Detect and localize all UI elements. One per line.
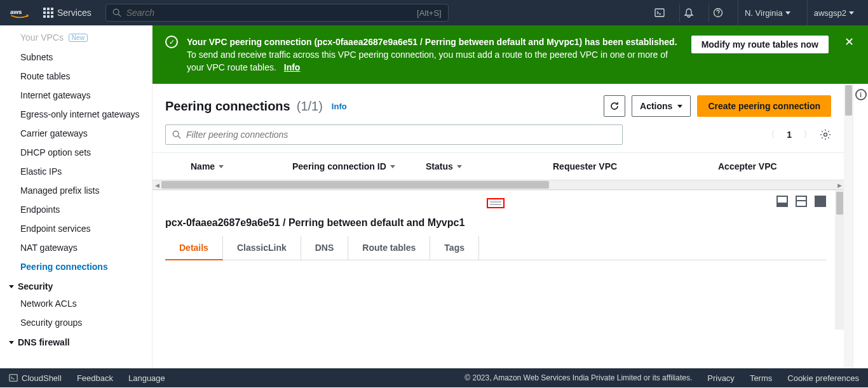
- pager-next[interactable]: 〉: [803, 129, 812, 140]
- sidebar-item-internet-gateways[interactable]: Internet gateways: [0, 86, 152, 105]
- tab-classiclink[interactable]: ClassicLink: [223, 236, 301, 260]
- body: Your VPCs New Subnets Route tables Inter…: [0, 25, 868, 368]
- check-icon: ✓: [165, 36, 178, 48]
- layout-full-icon[interactable]: [815, 196, 826, 207]
- actions-dropdown[interactable]: Actions: [632, 95, 691, 117]
- layout-bottom-icon[interactable]: [776, 196, 788, 207]
- help-icon[interactable]: [709, 3, 728, 22]
- hscroll-right[interactable]: ▶: [835, 180, 844, 190]
- cloudshell-icon[interactable]: [650, 3, 669, 22]
- column-peering-id[interactable]: Peering connection ID: [287, 161, 421, 171]
- alert-description: To send and receive traffic across this …: [187, 50, 668, 72]
- vertical-scrollbar[interactable]: [844, 84, 853, 368]
- refresh-button[interactable]: [604, 95, 625, 117]
- column-accepter-vpc[interactable]: Accepter VPC: [713, 161, 840, 171]
- chevron-down-icon: [785, 11, 790, 15]
- svg-text:aws: aws: [10, 8, 22, 15]
- alert-headline: Your VPC peering connection (pcx-0faaea2…: [187, 37, 677, 47]
- cloudshell-link[interactable]: CloudShell: [9, 373, 62, 383]
- cloudshell-label: CloudShell: [22, 373, 62, 383]
- sidebar-item-egress-only-igw[interactable]: Egress-only internet gateways: [0, 105, 152, 124]
- sidebar-item-endpoints[interactable]: Endpoints: [0, 200, 152, 219]
- column-status[interactable]: Status: [421, 161, 548, 171]
- aws-logo[interactable]: aws: [10, 7, 29, 18]
- chevron-down-icon: [677, 105, 682, 108]
- hscroll-thumb[interactable]: [161, 181, 549, 189]
- sidebar-item-carrier-gateways[interactable]: Carrier gateways: [0, 124, 152, 143]
- detail-resize-bar: [165, 196, 826, 211]
- page-info-link[interactable]: Info: [332, 102, 347, 111]
- create-peering-connection-button[interactable]: Create peering connection: [697, 95, 831, 117]
- detail-tabs: Details ClassicLink DNS Route tables Tag…: [165, 236, 826, 260]
- alert-info-link[interactable]: Info: [284, 62, 301, 72]
- table-settings-button[interactable]: [820, 129, 831, 140]
- detail-scrollbar[interactable]: [835, 191, 844, 330]
- sidebar-item-peering-connections[interactable]: Peering connections: [0, 257, 152, 276]
- column-requester-vpc[interactable]: Requester VPC: [548, 161, 713, 171]
- horizontal-scrollbar[interactable]: ◀ ▶: [153, 180, 844, 189]
- cookie-preferences-link[interactable]: Cookie preferences: [787, 373, 859, 383]
- notifications-icon[interactable]: [679, 3, 698, 22]
- tab-details[interactable]: Details: [165, 236, 223, 260]
- modify-route-tables-button[interactable]: Modify my route tables now: [691, 36, 829, 53]
- sidebar-item-your-vpcs[interactable]: Your VPCs New: [0, 28, 152, 48]
- global-search[interactable]: [Alt+S]: [105, 4, 449, 22]
- detail-panel: pcx-0faaea2687e9a6e51 / Perring between …: [153, 190, 844, 330]
- sidebar-item-label: Endpoint services: [20, 224, 91, 234]
- sidebar-section-dns-firewall[interactable]: DNS firewall: [0, 332, 152, 350]
- sort-icon: [219, 165, 224, 168]
- sidebar-item-route-tables[interactable]: Route tables: [0, 67, 152, 86]
- sidebar-item-label: Subnets: [20, 52, 53, 62]
- svg-point-4: [714, 9, 722, 17]
- sidebar-item-label: Route tables: [20, 71, 71, 81]
- privacy-link[interactable]: Privacy: [707, 373, 735, 383]
- region-selector[interactable]: N. Virginia: [738, 0, 797, 25]
- sidebar-item-nat-gateways[interactable]: NAT gateways: [0, 238, 152, 257]
- sidebar-item-network-acls[interactable]: Network ACLs: [0, 294, 152, 313]
- detail-title: pcx-0faaea2687e9a6e51 / Perring between …: [165, 217, 826, 229]
- pager-prev[interactable]: 〈: [766, 129, 775, 140]
- sidebar-item-dhcp-option-sets[interactable]: DHCP option sets: [0, 143, 152, 162]
- alert-text: Your VPC peering connection (pcx-0faaea2…: [187, 36, 682, 74]
- table: Name Peering connection ID Status Reques…: [153, 152, 844, 190]
- sidebar-item-managed-prefix-lists[interactable]: Managed prefix lists: [0, 181, 152, 200]
- sidebar-item-label: DHCP option sets: [20, 147, 91, 157]
- resize-handle[interactable]: [487, 198, 505, 208]
- sidebar-item-label: Managed prefix lists: [20, 185, 100, 196]
- content-area[interactable]: Peering connections (1/1) Info Actions C…: [153, 84, 853, 368]
- services-label: Services: [57, 8, 92, 18]
- svg-point-5: [173, 131, 179, 137]
- tab-dns[interactable]: DNS: [301, 236, 349, 260]
- alert-close-button[interactable]: ✕: [843, 36, 855, 48]
- sidebar[interactable]: Your VPCs New Subnets Route tables Inter…: [0, 25, 153, 368]
- sidebar-item-label: Internet gateways: [20, 90, 91, 100]
- chevron-down-icon: [9, 285, 14, 288]
- sidebar-section-security[interactable]: Security: [0, 276, 152, 294]
- search-icon: [172, 130, 181, 139]
- tab-route-tables[interactable]: Route tables: [348, 236, 430, 260]
- sidebar-item-label: Peering connections: [20, 262, 108, 272]
- hscroll-left[interactable]: ◀: [153, 180, 161, 190]
- filter-input-wrap[interactable]: [165, 124, 623, 145]
- feedback-link[interactable]: Feedback: [77, 373, 113, 383]
- sidebar-item-endpoint-services[interactable]: Endpoint services: [0, 219, 152, 238]
- section-title: Security: [18, 281, 53, 291]
- sidebar-item-label: Carrier gateways: [20, 128, 88, 138]
- terms-link[interactable]: Terms: [750, 373, 772, 383]
- sidebar-item-elastic-ips[interactable]: Elastic IPs: [0, 162, 152, 181]
- layout-split-icon[interactable]: [796, 196, 807, 207]
- account-menu[interactable]: awsgsp2: [807, 0, 860, 25]
- filter-input[interactable]: [186, 130, 616, 140]
- sidebar-item-subnets[interactable]: Subnets: [0, 48, 152, 67]
- services-menu[interactable]: Services: [39, 5, 95, 20]
- toolbar: 〈 1 〉: [153, 122, 844, 152]
- info-panel-toggle[interactable]: i: [855, 89, 867, 100]
- language-link[interactable]: Language: [128, 373, 165, 383]
- tab-tags[interactable]: Tags: [430, 236, 479, 260]
- table-header: Name Peering connection ID Status Reques…: [153, 153, 844, 180]
- search-input[interactable]: [126, 8, 412, 18]
- page-title: Peering connections: [165, 99, 290, 114]
- column-name[interactable]: Name: [186, 161, 287, 171]
- sidebar-item-label: NAT gateways: [20, 243, 78, 253]
- sidebar-item-security-groups[interactable]: Security groups: [0, 313, 152, 332]
